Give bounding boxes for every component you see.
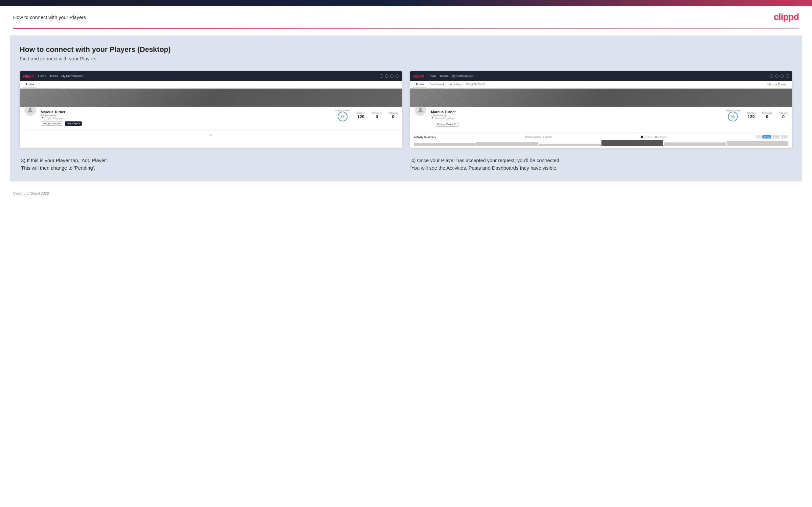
mini-time-btns: 1 yr 6 mths 3 mths 1 mth: [756, 135, 789, 138]
tab-activities-2[interactable]: Activities: [447, 81, 464, 88]
mini-logo-2: clippd: [413, 74, 424, 78]
followers-value-2: 0: [766, 114, 768, 119]
tab-whattodo-2[interactable]: What To Do On: [463, 81, 489, 88]
mini-stats-2: Player Quality 92 Activities 129 Followe…: [722, 109, 789, 121]
nav-home-1: Home: [38, 74, 46, 78]
mini-buttons-1: Request to Follow Add Player +: [41, 121, 328, 126]
mini-hero-overlay-2: [410, 89, 792, 107]
svg-point-1: [419, 108, 421, 110]
player-location-2: 📍 United Kingdom: [431, 117, 718, 120]
mini-tabs-1: Profile: [20, 81, 402, 89]
mini-profile-area-1: Marcus Turner 1-5 Handicap 📍 United King…: [20, 107, 402, 130]
tab-profile-2[interactable]: Profile: [413, 81, 427, 88]
main-content: How to connect with your Players (Deskto…: [10, 36, 802, 181]
activity-subtitle: Monthly Activity - 6 Months: [525, 136, 552, 138]
followers-value-1: 0: [376, 114, 378, 119]
legend-dot-oncourse: [641, 136, 643, 138]
chart-bar-1: [414, 143, 476, 146]
mini-activity-header: Activity Summary Monthly Activity - 6 Mo…: [414, 135, 789, 138]
player-name-2: Marcus Turner: [431, 110, 718, 114]
time-1mth[interactable]: 1 mth: [781, 135, 789, 138]
chart-bar-4: [601, 140, 663, 146]
nav-myperformance-2: My Performance: [452, 74, 473, 78]
legend-oncourse: On course: [641, 136, 653, 138]
mini-profile-info-1: Marcus Turner 1-5 Handicap 📍 United King…: [41, 109, 328, 126]
page-heading: How to connect with your Players (Deskto…: [20, 45, 792, 54]
settings-icon-2: [780, 74, 784, 78]
following-value-2: 0: [782, 114, 785, 119]
tab-dashboard-2[interactable]: Dashboard: [427, 81, 447, 88]
legend-dot-offcourse: [655, 136, 657, 138]
globe-icon-2: [786, 74, 789, 78]
nav-home-2: Home: [428, 74, 436, 78]
pen-icon-1: ✏: [209, 132, 213, 138]
mini-profile-info-2: Marcus Turner 1-5 Handicap 📍 United King…: [431, 109, 718, 129]
add-player-button[interactable]: Add Player +: [65, 121, 82, 126]
time-3mths[interactable]: 3 mths: [772, 135, 780, 138]
header-divider: [13, 28, 799, 29]
activities-label-1: Activities: [356, 112, 366, 114]
desc-col-2: 4) Once your Player has accepted your re…: [410, 157, 792, 172]
logo: clippd: [774, 12, 799, 22]
activity-title: Activity Summary: [414, 135, 436, 138]
avatar-icon-2: [417, 106, 424, 114]
mini-hero-overlay-1: [20, 89, 402, 107]
time-6mths[interactable]: 6 mths: [762, 135, 771, 138]
following-stat-1: Following 0: [388, 112, 398, 119]
player-handicap-1: 1-5 Handicap: [41, 114, 328, 117]
quality-circle-2: 92: [728, 112, 738, 121]
followers-stat-2: Followers 0: [762, 112, 772, 119]
desc-rows: 3) If this is your Player tap, 'Add Play…: [20, 157, 792, 172]
mini-logo-1: clippd: [23, 74, 34, 78]
quality-stat-1: Player Quality 92: [336, 109, 350, 121]
nav-teams-1: Teams: [49, 74, 58, 78]
page-subheading: Find and connect with your Players: [20, 56, 792, 61]
request-follow-button[interactable]: Request to Follow: [41, 121, 63, 126]
copyright: Copyright Clippd 2022: [13, 191, 49, 195]
screenshots-row: clippd Home Teams My Performance Profile: [20, 71, 792, 148]
avatar-icon-1: [27, 106, 34, 114]
mini-hero-2: [410, 89, 792, 107]
mini-stats-1: Player Quality 92 Activities 129 Followe…: [332, 109, 398, 121]
location-icon-2: 📍: [431, 117, 434, 120]
footer: Copyright Clippd 2022: [0, 188, 812, 202]
following-label-1: Following: [388, 112, 398, 114]
remove-x-icon: ✕: [454, 123, 456, 126]
followers-stat-1: Followers 0: [372, 112, 382, 119]
user-icon-2: [775, 74, 778, 78]
chart-bar-6: [726, 141, 789, 146]
nav-teams-2: Teams: [440, 74, 448, 78]
settings-icon-1: [390, 74, 394, 78]
remove-player-button[interactable]: Remove Player ✕: [435, 122, 459, 127]
activities-stat-1: Activities 129: [356, 112, 366, 119]
followers-label-1: Followers: [372, 112, 382, 114]
quality-label-1: Player Quality: [336, 109, 350, 112]
mini-tabs-2: Profile Dashboard Activities What To Do …: [410, 81, 792, 89]
globe-icon-1: [396, 74, 399, 78]
mini-nav-links-2: Home Teams My Performance: [428, 74, 473, 78]
mini-nav-icons-1: [380, 74, 399, 78]
quality-stat-2: Player Quality 92: [726, 109, 740, 121]
header-title: How to connect with your Players: [13, 14, 86, 20]
mini-bottom-area-1: ✏: [20, 130, 402, 140]
chart-bar-5: [664, 143, 726, 146]
mini-activity-bar: Activity Summary Monthly Activity - 6 Mo…: [410, 133, 792, 148]
search-icon-2: [770, 74, 773, 78]
mini-hero-1: [20, 89, 402, 107]
mini-nav-1: clippd Home Teams My Performance: [20, 71, 402, 81]
quality-label-2: Player Quality: [726, 109, 740, 112]
time-1yr[interactable]: 1 yr: [756, 135, 762, 138]
legend-offcourse: Off course: [655, 136, 667, 138]
screenshot-2: clippd Home Teams My Performance Profile…: [410, 71, 792, 148]
quality-circle-1: 92: [338, 112, 348, 121]
mini-nav-2: clippd Home Teams My Performance: [410, 71, 792, 81]
desc-text-2: 4) Once your Player has accepted your re…: [411, 157, 791, 172]
activities-label-2: Activities: [747, 112, 756, 114]
mini-nav-icons-2: [770, 74, 789, 78]
mini-nav-links-1: Home Teams My Performance: [38, 74, 83, 78]
user-icon-1: [385, 74, 388, 78]
svg-point-0: [29, 108, 31, 110]
tab-profile-1[interactable]: Profile: [23, 81, 37, 88]
following-label-2: Following: [778, 112, 789, 114]
tab-user-dropdown[interactable]: Marcus Turner: [765, 81, 789, 88]
